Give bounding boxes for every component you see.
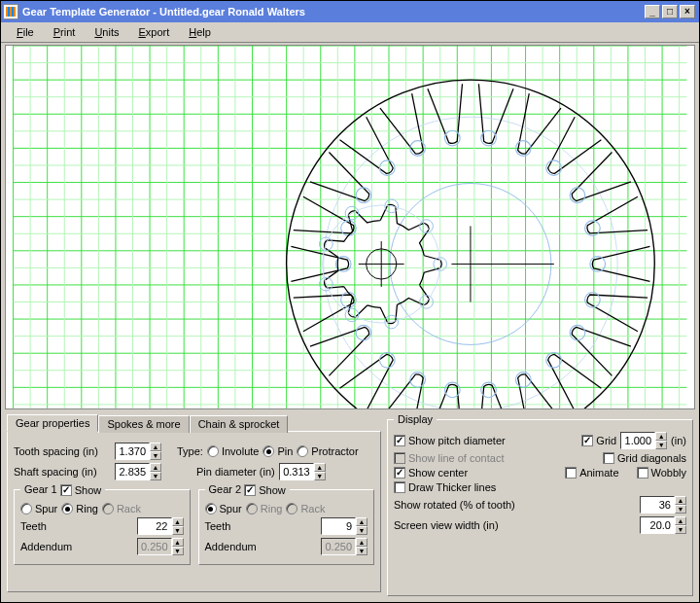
bottom-panel: Gear properties Spokes & more Chain & sp…: [1, 409, 699, 602]
shaft-spacing-spinner[interactable]: ▲▼: [115, 463, 161, 480]
menubar: File Print Units Export Help: [1, 22, 699, 44]
app-window: Gear Template Generator - Untitled.gear …: [0, 0, 700, 603]
menu-units[interactable]: Units: [87, 24, 126, 40]
menu-help[interactable]: Help: [181, 24, 219, 40]
gear2-addendum: ▲▼: [321, 538, 368, 555]
tab-spokes[interactable]: Spokes & more: [98, 415, 189, 433]
pin-diameter-input[interactable]: [279, 463, 314, 480]
radio-protractor[interactable]: Protractor: [297, 445, 358, 457]
gear1-addendum-label: Addendum: [20, 541, 133, 552]
check-line-contact: Show line of contact: [394, 452, 504, 464]
close-button[interactable]: ×: [680, 5, 695, 18]
radio-involute[interactable]: Involute: [207, 445, 260, 457]
gear1-ring[interactable]: Ring: [61, 503, 98, 514]
gear1-teeth-label: Teeth: [20, 520, 133, 532]
tooth-spacing-spinner[interactable]: ▲▼: [115, 443, 161, 460]
gear1-rack: Rack: [102, 503, 141, 514]
menu-export[interactable]: Export: [130, 24, 177, 40]
grid-value[interactable]: ▲▼: [620, 432, 667, 449]
gear2-spur[interactable]: Spur: [205, 503, 242, 514]
gear1-addendum: ▲▼: [137, 538, 184, 555]
check-show-center[interactable]: Show center: [394, 467, 468, 479]
minimize-button[interactable]: _: [645, 5, 660, 18]
window-title: Gear Template Generator - Untitled.gear …: [22, 6, 305, 18]
tooth-spacing-input[interactable]: [115, 443, 150, 460]
gear2-teeth-label: Teeth: [205, 520, 318, 532]
tooth-spacing-label: Tooth spacing (in): [14, 445, 111, 457]
canvas-svg: [6, 46, 694, 408]
type-label: Type:: [177, 445, 203, 457]
gear2-ring: Ring: [246, 503, 283, 514]
check-show-pitch[interactable]: Show pitch diameter: [394, 435, 506, 446]
pin-diameter-spinner[interactable]: ▲▼: [279, 463, 326, 480]
check-thicker[interactable]: Draw Thicker lines: [394, 481, 496, 493]
gear1-group: Gear 1 Show Spur Ring Rack Teeth▲▼ Adden…: [14, 483, 191, 565]
gear-canvas[interactable]: [5, 45, 695, 409]
shaft-spacing-input[interactable]: [115, 463, 150, 480]
check-grid-diag[interactable]: Grid diagonals: [603, 452, 686, 464]
gear2-teeth[interactable]: ▲▼: [321, 517, 368, 535]
tab-gear-properties[interactable]: Gear properties: [7, 414, 98, 432]
check-wobbly[interactable]: Wobbly: [637, 467, 686, 479]
small-gear: [320, 199, 447, 329]
gear2-group: Gear 2 Show Spur Ring Rack Teeth▲▼ Adden…: [198, 483, 375, 565]
pin-diameter-label: Pin diameter (in): [196, 466, 275, 478]
tabs: Gear properties Spokes & more Chain & sp…: [7, 413, 381, 431]
show-rotated[interactable]: ▲▼: [640, 496, 686, 514]
gear2-rack: Rack: [286, 503, 325, 514]
menu-file[interactable]: File: [9, 24, 42, 40]
gear2-show-check[interactable]: Show: [244, 484, 286, 496]
display-group: Display Show pitch diameter Grid ▲▼ (in)…: [387, 413, 693, 596]
check-grid[interactable]: Grid: [581, 435, 616, 446]
show-rotated-label: Show rotated (% of tooth): [394, 499, 636, 511]
maximize-button[interactable]: □: [662, 5, 678, 18]
gear2-addendum-label: Addendum: [205, 541, 318, 552]
screen-width[interactable]: ▲▼: [640, 516, 686, 534]
gear1-spur[interactable]: Spur: [20, 503, 57, 514]
gear1-teeth[interactable]: ▲▼: [137, 517, 184, 535]
check-animate[interactable]: Animate: [565, 467, 618, 479]
titlebar: Gear Template Generator - Untitled.gear …: [1, 1, 699, 22]
shaft-spacing-label: Shaft spacing (in): [14, 466, 111, 478]
window-buttons: _ □ ×: [645, 5, 695, 18]
screen-width-label: Screen view width (in): [394, 519, 636, 531]
app-icon: [3, 4, 18, 19]
menu-print[interactable]: Print: [46, 24, 84, 40]
radio-pin[interactable]: Pin: [262, 445, 293, 457]
gear1-show-check[interactable]: Show: [60, 484, 102, 496]
tab-chain[interactable]: Chain & sprocket: [190, 415, 289, 433]
tab-body: Tooth spacing (in) ▲▼ Type: Involute Pin…: [7, 431, 381, 592]
